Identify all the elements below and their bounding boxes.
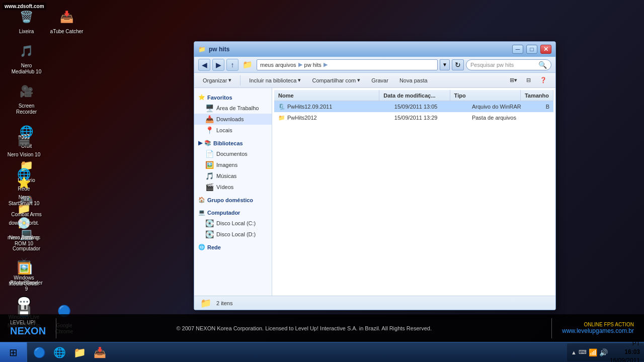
forward-button[interactable]: ▶ (212, 59, 224, 71)
minimize-button[interactable]: ─ (512, 45, 523, 54)
downloads-folder-icon: 📥 (205, 115, 214, 123)
sidebar: ⭐ Favoritos 🖥️ Área de Trabalho 📥 Downlo… (194, 88, 272, 296)
bibliotecas-label: Bibliotecas (213, 140, 243, 146)
disco-d-icon: 💽 (205, 230, 214, 238)
sidebar-computador-header[interactable]: 💻 Computador (194, 207, 272, 218)
incluir-biblioteca-button[interactable]: Incluir na biblioteca ▾ (245, 74, 305, 86)
sidebar-item-locais[interactable]: 📍 Locais (194, 125, 272, 136)
desktop-icon-nero-vision[interactable]: 🎬 Nero Vision 10 (5, 128, 43, 160)
table-row[interactable]: 🗜️ PwHits12.09.2011 15/09/2011 13:05 Arq… (274, 101, 553, 112)
organizar-label: Organizar (203, 77, 227, 83)
nero-burning-icon: 💿 (14, 213, 34, 233)
nero-burning-label: Nero Burning ROM 10 (7, 235, 41, 247)
desktop-icon-nero-mediahub[interactable]: 🎵 Nero MediaHub 10 (8, 39, 45, 77)
refresh-button[interactable]: ↻ (452, 59, 464, 70)
desktop-icon-nero-burning[interactable]: 💿 Nero Burning ROM 10 (5, 211, 43, 249)
bar-divider1 (56, 318, 56, 338)
desktop-icon-nero-startsmart[interactable]: ⭐ Nero StartSmart 10 (5, 171, 43, 209)
taskbar-icon-chrome[interactable]: 🔵 (30, 343, 49, 361)
sidebar-grupo-header[interactable]: 🏠 Grupo doméstico (194, 195, 272, 205)
sidebar-item-disco-c[interactable]: 💽 Disco Local (C:) (194, 218, 272, 229)
desktop-icon-atube-catcher[interactable]: 📥 aTube Catcher (48, 5, 86, 37)
lixeira-icon: 🗑️ (17, 7, 37, 27)
sidebar-bibliotecas-header[interactable]: ▶ 📚 Bibliotecas (194, 138, 272, 148)
clock-date: 16/09/2011 (610, 356, 640, 362)
sidebar-item-imagens[interactable]: 🖼️ Imagens (194, 159, 272, 170)
col-name-header[interactable]: Nome (274, 90, 379, 101)
folder-nav-icon: 📁 (243, 60, 253, 69)
taskbar-icon-download[interactable]: 📥 (90, 343, 109, 361)
close-button[interactable]: ✕ (540, 45, 551, 54)
col-date-header[interactable]: Data de modificaç... (379, 90, 450, 101)
taskbar-icon-explorer[interactable]: 📁 (70, 343, 89, 361)
view-options-button[interactable]: ⊞▾ (505, 74, 522, 86)
locais-label: Locais (216, 127, 232, 133)
search-box[interactable]: Pesquisar pw hits 🔍 (466, 59, 551, 70)
gravar-button[interactable]: Gravar (367, 74, 393, 86)
sidebar-item-documentos[interactable]: 📄 Documentos (194, 148, 272, 159)
up-button[interactable]: ↑ (226, 59, 238, 71)
window-title: pw hits (209, 46, 509, 53)
status-bar: 📁 2 itens (194, 296, 555, 310)
sidebar-favoritos-header[interactable]: ⭐ Favoritos (194, 92, 272, 103)
computador-sidebar-icon: 💻 (198, 209, 205, 216)
desktop-icon-screen-recorder[interactable]: 🎥 Screen Recorder (8, 79, 45, 117)
sidebar-section-computador: 💻 Computador 💽 Disco Local (C:) 💽 Disco … (194, 207, 272, 240)
file2-icon: 📁 (278, 115, 285, 121)
back-button[interactable]: ◀ (198, 59, 210, 71)
documentos-icon: 📄 (205, 150, 214, 158)
sidebar-section-rede: 🌐 Rede (194, 242, 272, 252)
address-dropdown-button[interactable]: ▼ (440, 59, 450, 70)
photoscape-icon: 🖼️ (14, 258, 34, 279)
volume-icon: 🔊 (599, 348, 608, 356)
address-path1: meus arquivos (260, 62, 296, 68)
nero-mediahub-label: Nero MediaHub 10 (10, 63, 43, 75)
bibliotecas-icon: 📚 (204, 140, 211, 146)
sidebar-item-videos[interactable]: 🎬 Vídeos (194, 182, 272, 193)
network-icon: 📶 (589, 348, 597, 356)
maximize-button[interactable]: □ (526, 45, 537, 54)
address-path2: pw hits (304, 62, 321, 68)
musicas-icon: 🎵 (205, 172, 214, 180)
taskbar-icon-ie[interactable]: 🌐 (50, 343, 69, 361)
file-list-header: Nome Data de modificaç... Tipo Tamanho (274, 90, 553, 101)
grupo-icon: 🏠 (198, 197, 205, 203)
watermark: www.zdsoft.com (3, 3, 46, 10)
help-button[interactable]: ❓ (535, 74, 551, 86)
toolbar-sep1 (240, 75, 240, 85)
sidebar-item-musicas[interactable]: 🎵 Músicas (194, 170, 272, 182)
col-type-header[interactable]: Tipo (450, 90, 521, 101)
copyright-text: © 2007 NEXON Korea Corporation. Licensed… (66, 325, 541, 331)
rede-sidebar-icon: 🌐 (198, 244, 205, 250)
taskbar-items: 🔵 🌐 📁 📥 (27, 343, 567, 361)
table-row[interactable]: 📁 PwHits2012 15/09/2011 13:29 Pasta de a… (274, 112, 553, 123)
toolbar: Organizar ▾ Incluir na biblioteca ▾ Comp… (194, 73, 555, 88)
compartilhar-com-button[interactable]: Compartilhar com ▾ (307, 74, 365, 86)
sidebar-item-area-de-trabalho[interactable]: 🖥️ Área de Trabalho (194, 103, 272, 114)
nova-pasta-label: Nova pasta (399, 77, 428, 83)
imagens-icon: 🖼️ (205, 161, 214, 169)
nero-mediahub-icon: 🎵 (17, 41, 37, 61)
photoscape-label: PhotoScape (10, 280, 38, 286)
nero-startsmart-icon: ⭐ (14, 173, 34, 193)
screen-recorder-label: Screen Recorder (10, 103, 43, 115)
col-size-header[interactable]: Tamanho (521, 90, 553, 101)
sidebar-section-grupo-domestico: 🏠 Grupo doméstico (194, 195, 272, 205)
sidebar-rede-header[interactable]: 🌐 Rede (194, 242, 272, 252)
organizar-button[interactable]: Organizar ▾ (198, 74, 236, 86)
details-pane-button[interactable]: ⊟ (522, 74, 535, 86)
compartilhar-com-label: Compartilhar com (312, 77, 356, 83)
website-text: www.levelupgames.com.br (562, 327, 634, 334)
start-button[interactable]: ⊞ (0, 342, 27, 363)
explorer-taskbar-icon: 📁 (73, 346, 86, 358)
desktop-icon-photoscape[interactable]: 🖼️ PhotoScape (5, 256, 43, 288)
file2-name: PwHits2012 (287, 115, 317, 121)
sidebar-item-downloads[interactable]: 📥 Downloads (194, 114, 272, 125)
address-bar[interactable]: meus arquivos ▶ pw hits ▶ (257, 59, 438, 70)
nova-pasta-button[interactable]: Nova pasta (395, 74, 432, 86)
level-up-brand: LEVEL UP! NEXON (10, 320, 46, 337)
sidebar-item-disco-d[interactable]: 💽 Disco Local (D:) (194, 229, 272, 240)
nero-vision-label: Nero Vision 10 (8, 152, 40, 158)
download-taskbar-icon: 📥 (94, 346, 106, 358)
tray-icons: ▲ (571, 349, 577, 355)
